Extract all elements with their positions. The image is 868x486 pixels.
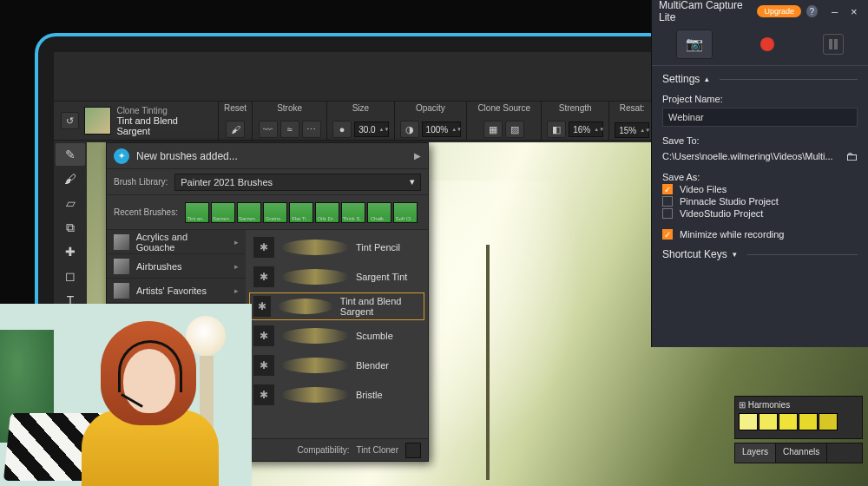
harmony-swatch[interactable] — [799, 413, 818, 430]
tool-fill[interactable]: ✚ — [56, 240, 85, 263]
clone-source-2[interactable]: ▨ — [505, 121, 524, 138]
tool-brush[interactable]: 🖌 — [56, 167, 85, 190]
project-name-input[interactable]: Webinar — [662, 108, 858, 127]
recent-brush-thumb[interactable]: Chalk... — [367, 202, 391, 223]
resat-label: Resat: — [620, 103, 645, 113]
harmonies-panel[interactable]: ⊞ Harmonies — [734, 396, 863, 439]
size-preview-icon[interactable]: ● — [332, 121, 352, 138]
brush-variant-item[interactable]: ✱Bristle — [249, 381, 424, 409]
recent-brush-thumb[interactable]: Oils Dr... — [315, 202, 339, 223]
compatibility-icon[interactable] — [405, 443, 421, 458]
record-button[interactable] — [760, 37, 774, 51]
brush-stroke-preview — [281, 328, 349, 344]
reset-group: Reset 🖌 — [219, 102, 253, 140]
webcam-overlay — [0, 304, 252, 486]
stroke-style-2[interactable]: ≈ — [280, 121, 299, 138]
stroke-group: Stroke 〰 ≈ ⋯ — [253, 102, 327, 140]
save-as-option-label: Pinnacle Studio Project — [680, 196, 779, 207]
chevron-right-icon: ▸ — [234, 286, 239, 295]
tool-eraser[interactable]: ▱ — [56, 192, 85, 214]
minimize-checkbox[interactable]: ✓ Minimize while recording — [662, 229, 858, 240]
checkbox-off-icon — [662, 208, 673, 219]
brush-variant-item[interactable]: ✱Blender — [249, 351, 424, 379]
reset-button[interactable]: 🖌 — [226, 121, 245, 138]
recent-brush-thumb[interactable]: Sarzen... — [237, 202, 261, 223]
size-group: Size ● 30.0▲▼ — [327, 102, 394, 140]
checkbox-on-icon: ✓ — [662, 229, 673, 240]
settings-section-header[interactable]: Settings▴ — [662, 73, 858, 85]
brush-selector[interactable]: ↺ Clone Tinting Tint and Blend Sargent — [54, 102, 219, 140]
brush-history-icon[interactable]: ↺ — [61, 112, 79, 129]
resat-spinner[interactable]: 15%▲▼ — [615, 122, 649, 138]
size-spinner[interactable]: 30.0▲▼ — [354, 122, 388, 137]
brush-variant-name: Scumble — [356, 331, 393, 341]
recent-brush-thumb[interactable]: Flat Ti... — [289, 202, 313, 223]
brush-tip-icon: ✱ — [253, 355, 274, 376]
brush-variant-item[interactable]: ✱Sargent Tint — [249, 263, 424, 291]
recent-brushes-label: Recent Brushes: — [114, 207, 178, 217]
harmony-swatch[interactable] — [759, 413, 778, 430]
category-swatch — [114, 259, 129, 274]
brush-stroke-preview — [281, 358, 349, 373]
new-brushes-text: New brushes added... — [136, 150, 238, 162]
tool-eyedropper[interactable]: ✎ — [56, 143, 85, 166]
chevron-down-icon: ▾ — [410, 176, 415, 187]
category-swatch — [114, 283, 129, 299]
new-brushes-banner[interactable]: ✦ New brushes added... ▶ — [107, 143, 428, 169]
minimize-window-button[interactable]: – — [828, 5, 842, 18]
brush-tip-icon: ✱ — [253, 266, 274, 287]
pause-button[interactable] — [823, 34, 844, 55]
brush-category-item[interactable]: Acrylics and Gouache▸ — [107, 230, 246, 254]
brush-variant-list: ✱Tint Pencil✱Sargent Tint✱Tint and Blend… — [246, 230, 428, 438]
save-as-option[interactable]: Pinnacle Studio Project — [662, 196, 858, 207]
strength-label: Strength — [559, 103, 592, 113]
harmonies-title: ⊞ Harmonies — [739, 400, 790, 410]
brush-category-item[interactable]: Artists' Favorites▸ — [107, 279, 246, 303]
folder-icon[interactable]: 🗀 — [845, 149, 858, 163]
tab-channels[interactable]: Channels — [776, 443, 827, 463]
compatibility-label: Compatibility: — [297, 445, 349, 455]
recent-brush-thumb[interactable]: Sarzen... — [211, 202, 235, 223]
brush-library-select[interactable]: Painter 2021 Brushes ▾ — [174, 174, 421, 191]
strength-icon[interactable]: ◧ — [547, 121, 566, 138]
close-window-button[interactable]: × — [847, 5, 861, 18]
save-as-option[interactable]: ✓Video Files — [662, 184, 858, 194]
upgrade-button[interactable]: Upgrade — [757, 5, 801, 17]
brush-variant-item[interactable]: ✱Scumble — [249, 322, 424, 350]
brush-variant-name: Tint Pencil — [356, 242, 400, 253]
harmony-swatch[interactable] — [819, 413, 838, 430]
arrow-right-icon: ▶ — [414, 151, 421, 161]
tab-layers[interactable]: Layers — [735, 443, 776, 463]
brush-category-item[interactable]: Airbrushes▸ — [107, 254, 246, 279]
brush-variant-name: Bristle — [356, 390, 383, 400]
category-swatch — [114, 234, 129, 250]
multicam-titlebar: MultiCam Capture Lite Upgrade ? – × — [652, 0, 868, 23]
brush-variant-item[interactable]: ✱Tint Pencil — [249, 233, 424, 261]
resat-group: Resat: 15%▲▼ — [609, 102, 655, 140]
project-name-value: Webinar — [668, 112, 704, 122]
harmony-swatch[interactable] — [779, 413, 798, 430]
brush-library-row: Brush Library: Painter 2021 Brushes ▾ — [107, 169, 428, 195]
shortcut-keys-header[interactable]: Shortcut Keys▾ — [662, 248, 858, 260]
recent-brush-thumb[interactable]: Grains... — [263, 202, 287, 223]
stroke-style-3[interactable]: ⋯ — [302, 121, 321, 138]
recent-brush-thumb[interactable]: Tint an... — [185, 202, 209, 223]
help-icon[interactable]: ? — [806, 5, 818, 17]
tool-clone[interactable]: ⧉ — [56, 216, 85, 239]
tool-shape[interactable]: ◻ — [56, 265, 85, 287]
opacity-icon[interactable]: ◑ — [400, 121, 419, 138]
stroke-style-1[interactable]: 〰 — [259, 121, 278, 138]
recent-brush-thumb[interactable]: Thick S... — [341, 202, 365, 223]
recent-brush-thumb[interactable]: Soft Cl... — [393, 202, 418, 223]
opacity-spinner[interactable]: 100%▲▼ — [422, 122, 462, 137]
save-as-option[interactable]: VideoStudio Project — [662, 208, 858, 219]
clone-source-1[interactable]: ▦ — [483, 121, 503, 138]
harmony-swatch[interactable] — [739, 413, 758, 430]
strength-spinner[interactable]: 16%▲▼ — [569, 122, 603, 137]
settings-label: Settings — [662, 73, 700, 85]
brush-variant-item[interactable]: ✱Tint and Blend Sargent — [249, 292, 424, 320]
gear-brush-icon: ✦ — [114, 148, 129, 164]
brush-stroke-preview — [278, 299, 333, 314]
camera-settings-button[interactable]: 📷 — [676, 30, 713, 59]
capture-controls: 📷 — [652, 23, 868, 66]
